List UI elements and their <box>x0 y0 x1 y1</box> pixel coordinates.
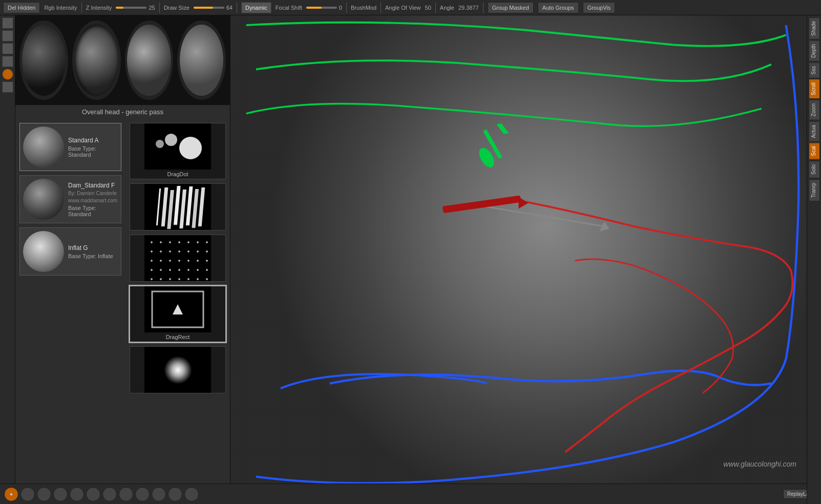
brush-card-standard[interactable]: Standard A Base Type: Standard <box>19 123 121 171</box>
dragrect-svg <box>144 286 211 332</box>
focal-shift-label: Focal Shift <box>276 5 302 11</box>
draw-size-label: Draw Size <box>164 5 190 11</box>
dots-alpha-visual <box>144 235 211 281</box>
draw-size-slider[interactable] <box>194 7 224 9</box>
bottom-icon-7[interactable] <box>102 487 117 501</box>
focal-shift-slider[interactable] <box>306 7 337 9</box>
divider-7 <box>483 3 483 13</box>
brush-name-standard: Standard A <box>68 137 118 144</box>
alpha-dots-img <box>144 235 211 281</box>
bottom-icon-6[interactable] <box>86 487 100 501</box>
divider-3 <box>237 3 237 13</box>
group-vis-button[interactable]: GroupVis <box>583 2 616 13</box>
bottom-icon-9[interactable] <box>135 487 150 501</box>
viewport[interactable]: www.glaucolonghi.com <box>230 15 807 484</box>
bottom-icon-10[interactable] <box>152 487 166 501</box>
tex-sphere-3 <box>127 25 171 96</box>
brush-basetype-standard: Base Type: Standard <box>68 145 118 158</box>
bottom-icon-1[interactable]: ● <box>4 487 18 501</box>
brushes-panel: Overall head - generic pass Standard A B… <box>15 15 230 484</box>
bottom-icon-2[interactable] <box>20 487 35 501</box>
brush-basetype-dam: Base Type: Standard <box>68 205 118 217</box>
z-intensity-value: 25 <box>149 5 155 11</box>
zoom-button[interactable]: Zoom <box>809 100 820 120</box>
tex-sphere-2 <box>74 25 118 96</box>
bottom-toolbar: ● ReplayLast <box>0 484 821 504</box>
left-btn-2[interactable] <box>2 30 13 41</box>
svg-point-1 <box>165 134 177 146</box>
z-intensity-slider-wrap[interactable]: 25 <box>116 5 155 11</box>
bottom-icon-3[interactable] <box>37 487 51 501</box>
alpha-dots-card[interactable] <box>130 235 226 282</box>
left-btn-5[interactable] <box>2 81 13 93</box>
left-orange-btn[interactable] <box>2 69 13 80</box>
z-intensity-slider[interactable] <box>116 7 146 9</box>
stroke-card-dragrect[interactable]: DragRect <box>130 286 226 342</box>
scale-button[interactable]: Scal <box>809 142 820 159</box>
tranrp-button[interactable]: Tranrp <box>809 179 820 201</box>
dragdot-svg <box>144 123 211 170</box>
scroll-button[interactable]: Scroll <box>809 79 820 99</box>
sss-button[interactable]: Sss <box>809 62 820 78</box>
actua-button[interactable]: Actua <box>809 121 820 142</box>
bottom-icon-8[interactable] <box>119 487 133 501</box>
brush-preview-standard <box>23 127 64 167</box>
focal-shift-slider-wrap[interactable]: 0 <box>306 5 342 11</box>
glow-alpha-visual <box>144 347 211 393</box>
focal-shift-fill <box>306 7 322 9</box>
stroke-card-dragdot[interactable]: DragDot <box>130 123 226 179</box>
left-btn-4[interactable] <box>2 56 13 67</box>
group-masked-button[interactable]: Group Masked <box>488 2 534 13</box>
brush-info-dam: Dam_Standard F By: Damien Canderle www.m… <box>68 182 118 217</box>
alpha-lines-card[interactable] <box>130 183 226 230</box>
divider-4 <box>346 3 347 13</box>
face-detail-overlay <box>230 15 807 484</box>
svg-point-2 <box>179 137 202 159</box>
dynamic-button[interactable]: Dynamic <box>241 2 271 13</box>
pass-label: Overall head - generic pass <box>15 105 230 119</box>
brush-info-inflat: Inflat G Base Type: Inflate <box>68 244 113 259</box>
divider-1 <box>81 3 82 13</box>
left-btn-3[interactable] <box>2 43 13 54</box>
alpha-glow-card[interactable] <box>130 346 226 393</box>
divider-5 <box>381 3 381 13</box>
tex-thumb-2[interactable] <box>72 20 121 100</box>
brush-info-standard: Standard A Base Type: Standard <box>68 137 118 158</box>
divider-2 <box>159 3 160 13</box>
focal-shift-value: 0 <box>339 5 342 11</box>
stroke-card-img-dragrect <box>144 286 211 332</box>
draw-size-value: 64 <box>226 5 233 11</box>
brush-card-dam[interactable]: Dam_Standard F By: Damien Canderle www.m… <box>19 175 121 223</box>
alpha-dots-pattern <box>144 235 211 281</box>
angle-label: Angle <box>440 5 454 11</box>
z-intensity-fill <box>116 7 123 9</box>
tex-thumb-4[interactable] <box>177 20 226 100</box>
bottom-icon-5[interactable] <box>70 487 84 501</box>
left-btn-1[interactable] <box>2 17 13 29</box>
tex-thumb-3[interactable] <box>125 20 174 100</box>
tex-thumb-1[interactable] <box>19 20 68 100</box>
brush-author-dam: By: Damien Canderle <box>68 191 118 196</box>
brush-card-inflat[interactable]: Inflat G Base Type: Inflate <box>19 227 121 276</box>
divider-6 <box>435 3 436 13</box>
draw-size-fill <box>194 7 213 9</box>
del-hidden-button[interactable]: Del Hidden <box>3 2 40 13</box>
solo-button[interactable]: Solo <box>809 161 820 178</box>
watermark: www.glaucolonghi.com <box>724 460 796 468</box>
top-toolbar: Del Hidden Rgb Intensity Z Intensity 25 … <box>0 0 821 15</box>
dragrect-label: DragRect <box>164 332 191 342</box>
tex-sphere-4 <box>180 25 223 96</box>
auto-groups-button[interactable]: Auto Groups <box>538 2 579 13</box>
main-area: Overall head - generic pass Standard A B… <box>15 15 807 484</box>
brush-preview-inflat <box>23 231 64 272</box>
bottom-icon-4[interactable] <box>53 487 68 501</box>
draw-size-slider-wrap[interactable]: 64 <box>194 5 233 11</box>
tex-sphere-1 <box>22 25 66 96</box>
angle-of-view-value: 50 <box>425 5 431 11</box>
stroke-alpha-panel: DragDot <box>125 119 230 484</box>
svg-marker-4 <box>173 304 183 314</box>
bottom-icon-12[interactable] <box>184 487 199 501</box>
bottom-icon-11[interactable] <box>168 487 182 501</box>
depth-button[interactable]: Depth <box>809 40 820 61</box>
shade-button[interactable]: Shade <box>809 17 820 39</box>
